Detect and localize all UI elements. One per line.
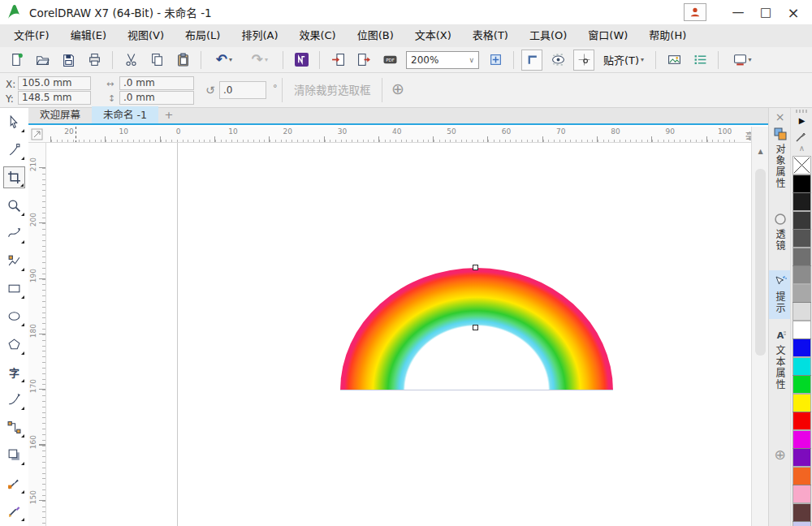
connector-tool[interactable] (3, 416, 25, 438)
palette-grip[interactable] (796, 110, 808, 113)
search-content-button[interactable] (291, 50, 312, 71)
color-swatch-7d0bbd[interactable] (793, 449, 810, 466)
application-launcher-button[interactable]: ▾ (726, 50, 758, 71)
docker-tab-4[interactable]: A文本属性 (769, 329, 790, 390)
docker-tab-2[interactable]: 透镜 (769, 213, 790, 252)
polygon-tool[interactable] (3, 334, 25, 356)
palette-eyedropper-icon[interactable] (795, 130, 808, 143)
interactive-fill-tool[interactable] (3, 500, 25, 522)
color-swatch-545454[interactable] (793, 230, 810, 247)
color-swatch-8c8c8c[interactable] (793, 266, 810, 283)
zoom-level-combo[interactable]: 200% ∨ (406, 51, 479, 69)
new-document-tab-button[interactable]: + (158, 106, 179, 123)
menu-item-8[interactable]: 文本(X) (404, 24, 462, 47)
docker-close-icon[interactable]: × (769, 110, 790, 124)
open-button[interactable] (32, 50, 53, 71)
color-swatch-c8c8f0[interactable] (793, 522, 810, 526)
snap-settings-button[interactable] (573, 50, 594, 71)
show-rulers-button[interactable] (521, 50, 542, 71)
color-swatch-1c1c1c[interactable] (793, 193, 810, 210)
cut-button[interactable] (120, 50, 141, 71)
clear-crop-marquee-button[interactable]: 清除裁剪选取框 (286, 80, 379, 101)
horizontal-ruler[interactable]: 毫米 20100102030405060708090100 (28, 127, 768, 143)
show-grid-button[interactable] (547, 50, 568, 71)
color-swatch-dcdcdc[interactable] (793, 303, 810, 320)
rectangle-tool[interactable] (3, 278, 25, 300)
color-swatch-a8a8a8[interactable] (793, 285, 810, 302)
menu-item-4[interactable]: 布局(L) (175, 24, 231, 47)
copy-button[interactable] (146, 50, 167, 71)
vertical-ruler[interactable]: 210200190180170160150 (28, 143, 46, 526)
node-handle-outer[interactable] (473, 265, 478, 270)
smart-drawing-tool[interactable] (3, 250, 25, 272)
x-position-field[interactable]: 105.0 mm (18, 76, 91, 90)
text-tool[interactable]: 字 (3, 361, 25, 383)
menu-item-12[interactable]: 帮助(H) (638, 24, 697, 47)
publish-to-pdf-button[interactable]: PDF (379, 50, 400, 71)
scrollbar-up-icon[interactable]: ▲ (752, 144, 769, 159)
color-swatch-5e3a3a[interactable] (793, 504, 810, 521)
freehand-tool[interactable] (3, 222, 25, 244)
import-button[interactable] (327, 50, 348, 71)
color-swatch-f26522[interactable] (793, 468, 810, 485)
docker-tab-3[interactable]: 提示 (769, 270, 790, 319)
menu-item-9[interactable]: 表格(T) (462, 24, 519, 47)
propbar-add-icon[interactable]: ⊕ (391, 80, 404, 97)
menu-item-2[interactable]: 编辑(E) (60, 24, 117, 47)
dimension-tool[interactable] (3, 389, 25, 411)
menu-item-11[interactable]: 窗口(W) (577, 24, 638, 47)
palette-scroll-up-icon[interactable]: ∧ (791, 144, 812, 153)
document-tab-2[interactable]: 未命名 -1 (92, 106, 158, 123)
color-swatch-f50000[interactable] (793, 412, 810, 429)
color-swatch-e800e8[interactable] (793, 431, 810, 448)
drawing-canvas[interactable] (46, 143, 751, 526)
y-position-field[interactable]: 148.5 mm (18, 91, 91, 105)
menu-item-10[interactable]: 工具(O) (519, 24, 577, 47)
crop-tool[interactable] (3, 166, 25, 188)
menu-item-6[interactable]: 效果(C) (288, 24, 346, 47)
ellipse-tool[interactable] (3, 305, 25, 327)
export-button[interactable] (353, 50, 374, 71)
zoom-tool[interactable] (3, 195, 25, 217)
undo-button[interactable]: ↶▾ (209, 50, 240, 71)
shape-tool[interactable] (3, 139, 25, 161)
menu-item-1[interactable]: 文件(F) (3, 24, 60, 47)
vertical-scrollbar[interactable]: ▲ (751, 127, 768, 526)
new-document-button[interactable] (6, 50, 27, 71)
ruler-origin-icon[interactable] (28, 127, 46, 143)
color-swatch-ffffff[interactable] (793, 321, 810, 338)
scrollbar-thumb[interactable] (755, 169, 766, 356)
save-button[interactable] (58, 50, 79, 71)
menu-item-3[interactable]: 视图(V) (117, 24, 175, 47)
object-height-field[interactable]: .0 mm (119, 91, 194, 105)
docker-tab-1[interactable]: 对象属性 (769, 127, 790, 189)
redo-button[interactable]: ↷▾ (244, 50, 275, 71)
color-swatch-000000[interactable] (793, 175, 810, 192)
options-button[interactable] (689, 50, 710, 71)
color-swatch-f9a8c9[interactable] (793, 485, 810, 502)
rotation-angle-field[interactable]: .0 (219, 81, 266, 99)
node-handle-inner[interactable] (473, 325, 478, 330)
object-width-field[interactable]: .0 mm (119, 76, 194, 90)
color-eyedropper-tool[interactable] (3, 472, 25, 494)
drop-shadow-tool[interactable] (3, 444, 25, 466)
welcome-screen-button[interactable] (663, 50, 685, 71)
print-button[interactable] (84, 50, 105, 71)
minimize-button[interactable]: — (724, 0, 752, 24)
close-button[interactable]: × (780, 0, 807, 24)
color-swatch-00d926[interactable] (793, 376, 810, 393)
color-swatch-none[interactable] (793, 157, 810, 174)
color-swatch-383838[interactable] (793, 212, 810, 229)
maximize-button[interactable]: □ (752, 0, 780, 24)
color-swatch-707070[interactable] (793, 248, 810, 265)
snap-to-menu-button[interactable]: 贴齐(T) ▾ (597, 50, 650, 70)
color-swatch-0b0bf0[interactable] (793, 339, 810, 356)
menu-item-5[interactable]: 排列(A) (231, 24, 288, 47)
paste-button[interactable] (172, 50, 193, 71)
color-swatch-00e0e0[interactable] (793, 358, 810, 375)
zoom-to-page-button[interactable] (485, 50, 506, 71)
color-swatch-fff000[interactable] (793, 394, 810, 412)
document-tab-1[interactable]: 欢迎屏幕 (28, 106, 92, 123)
docker-add-icon[interactable]: ⊕ (769, 446, 790, 463)
pick-tool[interactable] (3, 111, 25, 133)
